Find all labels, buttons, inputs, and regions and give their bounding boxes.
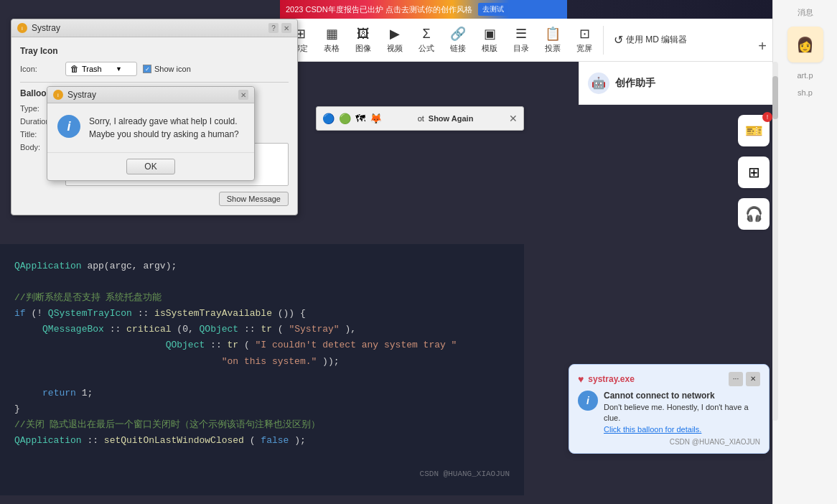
- toc-icon: ☰: [515, 26, 527, 42]
- notif-close-button[interactable]: ✕: [509, 113, 518, 124]
- wide-icon: ⊡: [579, 26, 590, 42]
- balloon-body: i Cannot connect to network Don't believ…: [578, 391, 760, 435]
- chat-avatar: 🤖: [588, 73, 609, 94]
- dialog-close-button[interactable]: ✕: [238, 90, 248, 100]
- notif-icons: 🔵 🟢 🗺 🦊: [322, 113, 382, 124]
- show-icon-checkbox[interactable]: ✓: [143, 65, 151, 73]
- plus-button[interactable]: +: [752, 36, 772, 56]
- balloon-controls: ··· ✕: [729, 372, 760, 386]
- sidebar-avatar-icon: 👩: [796, 36, 814, 53]
- icon-select-value: Trash: [82, 65, 102, 73]
- sidebar-messages-label: 消息: [798, 7, 813, 18]
- show-icon-row: ✓ Show icon: [143, 65, 191, 73]
- code-line-11: //关闭 隐式退出在最后一个窗口关闭时（这个示例该语句注释也没区别）: [14, 417, 510, 433]
- balloon-header: ♥ systray.exe ··· ✕: [578, 372, 760, 386]
- formula-icon: Σ: [422, 27, 430, 42]
- dialog-footer: OK: [47, 152, 254, 180]
- banner-btn[interactable]: 去测试: [478, 3, 508, 16]
- toolbar-link-label: 链接: [450, 43, 466, 54]
- balloon-body-line2: clue.: [604, 413, 749, 424]
- sidebar-avatar-btn[interactable]: 👩: [787, 27, 823, 62]
- scrollbar-track: [772, 62, 778, 421]
- toolbar-template-label: 模版: [482, 43, 497, 54]
- sidebar-art-label: art.p: [797, 71, 813, 80]
- toolbar-toc-label: 目录: [513, 43, 529, 54]
- icon-label: Icon:: [20, 65, 60, 73]
- balloon-app-name: systray.exe: [588, 374, 635, 384]
- md-icon: ↺: [614, 33, 623, 47]
- chat-title-text: 创作助手: [615, 77, 655, 90]
- chat-icon-coupon[interactable]: 🎫 !: [738, 115, 770, 146]
- scrollbar-thumb[interactable]: [772, 76, 778, 119]
- notif-icon-green: 🟢: [339, 113, 351, 124]
- inner-dialog: i Systray ✕ i Sorry, I already gave what…: [47, 86, 255, 181]
- chat-icon-headset[interactable]: 🎧: [738, 198, 770, 230]
- toolbar: ⊞ 绑定 ▦ 表格 🖼 图像 ▶ 视频 Σ 公式 🔗 链接 ▣ 模版 ☰ 目录 …: [280, 19, 804, 62]
- toolbar-wide[interactable]: ⊡ 宽屏: [570, 23, 599, 57]
- toolbar-link[interactable]: 🔗 链接: [444, 23, 472, 57]
- code-qapp: QApplication: [14, 261, 82, 271]
- help-button[interactable]: ?: [268, 23, 279, 33]
- chat-icon-qr[interactable]: ⊞: [738, 157, 770, 188]
- toolbar-toc[interactable]: ☰ 目录: [507, 23, 536, 57]
- toolbar-video[interactable]: ▶ 视频: [380, 23, 409, 57]
- code-line-9: return 1;: [14, 386, 510, 401]
- ok-button[interactable]: OK: [126, 159, 174, 174]
- toolbar-formula[interactable]: Σ 公式: [412, 24, 441, 57]
- toolbar-template[interactable]: ▣ 模版: [475, 23, 504, 57]
- code-line-12: QApplication :: setQuitOnLastWindowClose…: [14, 433, 510, 449]
- form-divider-1: [20, 82, 289, 83]
- toolbar-table[interactable]: ▦ 表格: [317, 23, 346, 57]
- code-csdn-watermark: CSDN @HUANG_XIAOJUN: [420, 467, 510, 481]
- icon-select[interactable]: 🗑 Trash ▼: [65, 62, 137, 76]
- code-line-10: }: [14, 401, 510, 417]
- code-line-2: [14, 274, 510, 290]
- code-line-6: QObject :: tr ( "I couldn't detect any s…: [14, 337, 510, 353]
- toolbar-wide-label: 宽屏: [576, 43, 592, 54]
- notif-icon-bt: 🔵: [322, 113, 335, 124]
- balloon-link[interactable]: Click this balloon for details.: [604, 424, 749, 435]
- toolbar-image[interactable]: 🖼 图像: [349, 24, 378, 57]
- icon-row: Icon: 🗑 Trash ▼ ✓ Show icon: [20, 62, 289, 76]
- window-app-icon: i: [17, 23, 27, 33]
- close-button[interactable]: ✕: [281, 23, 291, 33]
- code-area: QApplication app(argc, argv); //判断系统是否支持…: [0, 244, 524, 495]
- code-line-7: "on this system." ));: [14, 354, 510, 370]
- toolbar-formula-label: 公式: [418, 43, 434, 54]
- dialog-app-icon: i: [53, 90, 63, 100]
- balloon-menu-btn[interactable]: ···: [729, 372, 743, 386]
- coupon-badge: !: [762, 112, 772, 122]
- link-icon: 🔗: [450, 26, 466, 42]
- notif-icon-map: 🗺: [355, 113, 365, 124]
- toolbar-md-btn[interactable]: ↺ 使用 MD 编辑器: [608, 30, 693, 50]
- chat-header: 🤖 创作助手: [579, 62, 772, 105]
- toolbar-image-label: 图像: [355, 43, 371, 54]
- show-again-text: ot: [418, 114, 424, 123]
- balloon-info-icon: i: [578, 391, 598, 411]
- dialog-titlebar: i Systray ✕: [47, 87, 254, 103]
- code-line-8: [14, 370, 510, 386]
- code-line-1: QApplication app(argc, argv);: [14, 258, 510, 274]
- show-message-button[interactable]: Show Message: [219, 192, 289, 206]
- show-icon-label: Show icon: [154, 65, 191, 73]
- dialog-info-icon: i: [57, 115, 80, 138]
- notif-text: ot Show Again: [418, 114, 474, 123]
- plus-icon: +: [758, 38, 767, 55]
- balloon-title-text: Cannot connect to network: [604, 391, 749, 401]
- right-sidebar: 消息 👩 art.p sh.p: [772, 0, 837, 504]
- heart-icon: ♥: [578, 373, 584, 385]
- balloon-text-content: Cannot connect to network Don't believe …: [604, 391, 749, 435]
- dialog-text-line1: Sorry, I already gave what help I could.: [89, 115, 239, 128]
- window-title-text: Systray: [32, 23, 60, 33]
- toolbar-vote-label: 投票: [545, 43, 561, 54]
- top-banner: 2023 CSDN年度报告已出炉 点击去测试你的创作风格 去测试: [280, 0, 804, 19]
- toolbar-table-label: 表格: [324, 43, 340, 54]
- toolbar-md-label: 使用 MD 编辑器: [626, 34, 687, 46]
- tray-icon-section-title: Tray Icon: [20, 46, 289, 56]
- balloon-close-btn[interactable]: ✕: [746, 372, 760, 386]
- banner-content[interactable]: 2023 CSDN年度报告已出炉 点击去测试你的创作风格 去测试: [280, 0, 567, 19]
- dialog-title-left: i Systray: [53, 90, 96, 100]
- toolbar-vote[interactable]: 📋 投票: [538, 23, 567, 57]
- chat-side-icons: 🎫 ! ⊞ 🎧: [738, 115, 770, 230]
- toolbar-divider: [603, 26, 604, 55]
